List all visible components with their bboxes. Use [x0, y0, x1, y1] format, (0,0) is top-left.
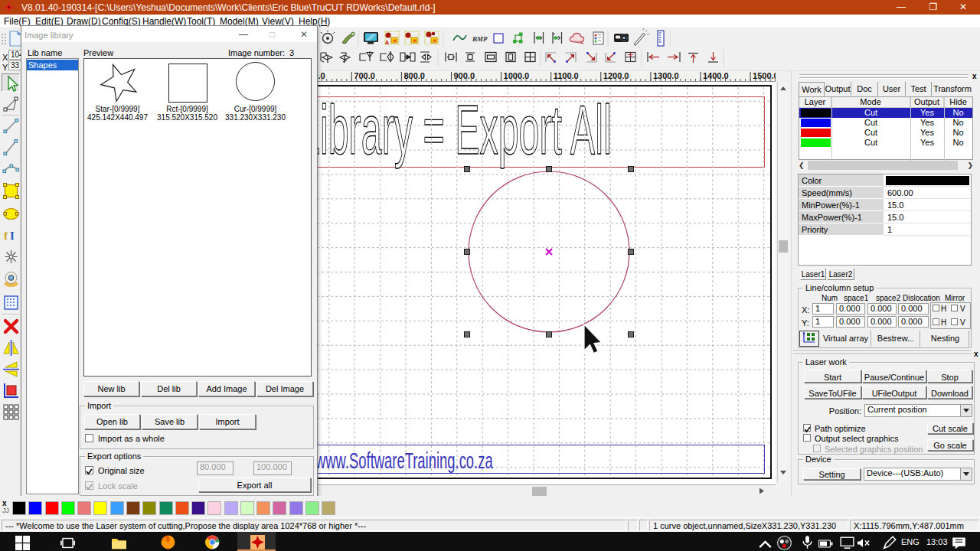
- svg-text:x: x: [553, 31, 555, 36]
- svg-text:f: f: [4, 230, 8, 242]
- svg-text:I: I: [10, 230, 15, 242]
- svg-text:A: A: [385, 40, 389, 45]
- svg-text:BMP: BMP: [472, 35, 488, 43]
- svg-text:1500.0: 1500.0: [753, 71, 776, 80]
